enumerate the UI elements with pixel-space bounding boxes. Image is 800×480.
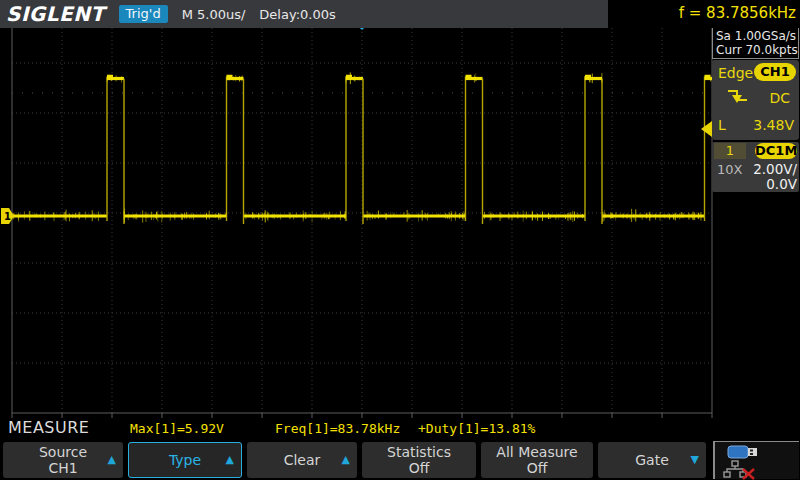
clear-button[interactable]: Clear ▲ xyxy=(247,442,357,478)
siglent-logo: SIGLENT xyxy=(6,2,105,26)
source-button[interactable]: Source CH1 ▲ xyxy=(3,442,123,478)
statistics-button-label: Statistics xyxy=(387,444,451,460)
channel-coupling-badge: DC1M xyxy=(755,143,797,159)
vertical-scale-readout: 2.00V/ xyxy=(753,161,797,177)
io-icons xyxy=(715,442,800,480)
probe-attenuation-label: 10X xyxy=(717,162,742,177)
gate-button-label: Gate xyxy=(635,452,669,468)
vertical-offset-readout: 0.0V xyxy=(766,176,797,192)
waveform-display: 1 xyxy=(0,0,800,480)
falling-edge-icon xyxy=(726,87,750,107)
usb-icon xyxy=(728,446,757,458)
measure-duty-readout: +Duty[1]=13.81% xyxy=(418,421,535,436)
oscilloscope-screen: 1 SIGLENT Trig'd M 5.00us/ Delay:0.00s f… xyxy=(0,0,800,480)
up-arrow-icon: ▲ xyxy=(108,452,116,468)
trigger-source-badge: CH1 xyxy=(754,63,796,81)
trigger-info-box[interactable]: Edge CH1 DC L 3.48V xyxy=(712,60,799,140)
trigger-level-prefix: L xyxy=(718,117,726,133)
down-arrow-icon: ▼ xyxy=(691,452,699,468)
svg-text:1: 1 xyxy=(4,211,11,222)
timebase-readout: M 5.00us/ xyxy=(182,7,246,22)
channel1-info-box[interactable]: 1 DC1M 10X 2.00V/ 0.0V xyxy=(712,142,799,192)
all-measure-button-value: Off xyxy=(527,460,548,476)
all-measure-button-label: All Measure xyxy=(496,444,577,460)
statistics-button[interactable]: Statistics Off xyxy=(362,442,476,478)
trigger-status-badge: Trig'd xyxy=(119,5,168,23)
trigger-coupling-label: DC xyxy=(769,90,790,106)
io-status-panel xyxy=(713,441,799,479)
type-button-label: Type xyxy=(169,452,201,468)
lan-disconnected-icon xyxy=(724,461,754,479)
source-button-value: CH1 xyxy=(48,460,77,476)
sample-rate: Sa 1.00GSa/s xyxy=(716,29,798,43)
delay-readout: Delay:0.00s xyxy=(259,7,335,22)
soft-menu-bar: Source CH1 ▲ Type ▲ Clear ▲ Statistics O… xyxy=(0,440,800,480)
all-measure-button[interactable]: All Measure Off xyxy=(481,442,593,478)
source-button-label: Source xyxy=(39,444,87,460)
channel-number-tab: 1 xyxy=(714,143,746,159)
clear-button-label: Clear xyxy=(284,452,321,468)
up-arrow-icon: ▲ xyxy=(226,452,234,468)
frequency-counter: f = 83.7856kHz xyxy=(608,0,800,28)
measure-freq-readout: Freq[1]=83.78kHz xyxy=(275,421,400,436)
up-arrow-icon: ▲ xyxy=(342,452,350,468)
type-button[interactable]: Type ▲ xyxy=(128,442,242,478)
trigger-level-value: 3.48V xyxy=(753,117,794,133)
memory-depth: Curr 70.0kpts xyxy=(716,43,798,57)
measure-max-readout: Max[1]=5.92V xyxy=(130,421,224,436)
gate-button[interactable]: Gate ▼ xyxy=(598,442,706,478)
trigger-level-marker xyxy=(701,121,712,137)
measure-title: MEASURE xyxy=(8,418,89,437)
acquisition-info-box: Sa 1.00GSa/s Curr 70.0kpts xyxy=(712,28,799,59)
statistics-button-value: Off xyxy=(409,460,430,476)
header-bar: SIGLENT Trig'd M 5.00us/ Delay:0.00s xyxy=(0,0,608,28)
trigger-mode-label: Edge xyxy=(718,65,753,81)
